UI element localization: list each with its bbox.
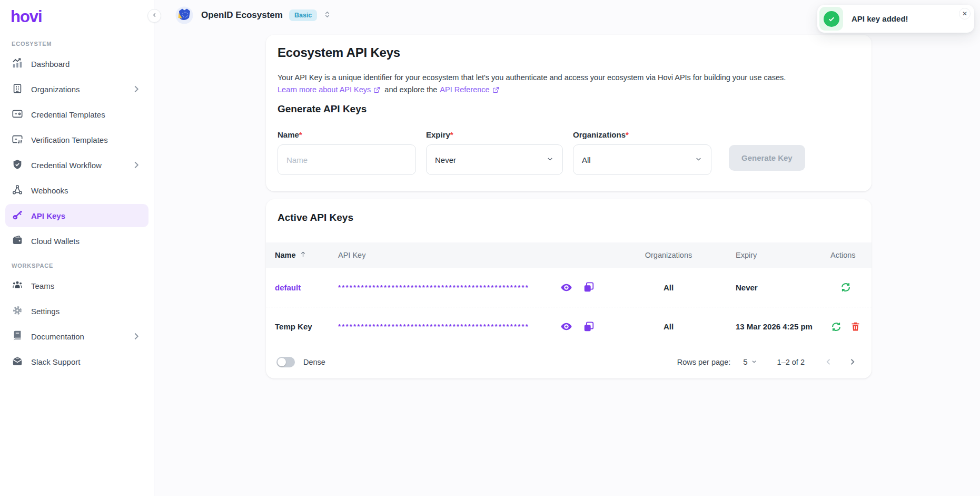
- active-api-keys-card: Active API Keys Name API Key Organizatio…: [266, 199, 872, 378]
- chevron-down-icon: [695, 155, 702, 164]
- sidebar-item-label: API Keys: [31, 211, 65, 220]
- sidebar-item-label: Settings: [31, 307, 60, 316]
- copy-icon[interactable]: [583, 281, 595, 293]
- organizations-selected-value: All: [582, 155, 591, 164]
- table-footer: Dense Rows per page: 5 1–2 of 2: [266, 345, 872, 378]
- rows-per-page-label: Rows per page:: [677, 358, 731, 366]
- sidebar-section-workspace: WORKSPACE: [12, 262, 154, 269]
- organizations-select[interactable]: All: [573, 144, 711, 175]
- expiry-label: Expiry*: [426, 130, 563, 139]
- sidebar-item-label: Cloud Wallets: [31, 237, 80, 246]
- expiry-value: Never: [736, 283, 830, 292]
- active-api-keys-title: Active API Keys: [278, 212, 353, 223]
- column-header-expiry: Expiry: [736, 251, 830, 259]
- sidebar-item-verification-templates[interactable]: Verification Templates: [5, 128, 149, 151]
- sidebar-item-teams[interactable]: Teams: [5, 274, 149, 297]
- book-icon: [12, 330, 23, 343]
- api-key-name-link[interactable]: default: [275, 283, 338, 292]
- external-link-icon: [373, 86, 380, 93]
- learn-more-link[interactable]: Learn more about API Keys: [278, 85, 371, 94]
- rows-per-page-value: 5: [743, 357, 747, 366]
- sidebar-item-documentation[interactable]: Documentation: [5, 325, 149, 348]
- expiry-field-group: Expiry* Never: [426, 130, 563, 175]
- links-middle-text: and explore the: [384, 85, 437, 94]
- sidebar-item-credential-templates[interactable]: Credential Templates: [5, 103, 149, 126]
- expiry-select[interactable]: Never: [426, 144, 563, 175]
- eye-icon[interactable]: [560, 281, 572, 294]
- external-link-icon: [492, 86, 499, 93]
- column-header-actions: Actions: [830, 251, 872, 259]
- chevron-down-icon: [546, 155, 554, 164]
- trash-icon[interactable]: [850, 321, 861, 332]
- sidebar-item-dashboard[interactable]: Dashboard: [5, 52, 149, 75]
- previous-page-button[interactable]: [824, 357, 834, 367]
- name-input[interactable]: [278, 144, 416, 175]
- refresh-icon[interactable]: [830, 321, 842, 333]
- sidebar-item-label: Dashboard: [31, 60, 70, 69]
- api-reference-link[interactable]: API Reference: [440, 85, 489, 94]
- toast-success-tile: [819, 7, 843, 31]
- masked-api-key: ****************************************…: [338, 323, 550, 330]
- sort-asc-icon: [299, 250, 307, 260]
- chart-icon: [12, 57, 23, 71]
- sidebar-item-cloud-wallets[interactable]: Cloud Wallets: [5, 229, 149, 252]
- toast-message: API key added!: [852, 14, 908, 23]
- organizations-value: All: [601, 322, 736, 331]
- sidebar-section-ecosystem: ECOSYSTEM: [12, 41, 154, 47]
- sidebar-nav-workspace: Teams Settings Documentation Slack Suppo…: [0, 274, 154, 373]
- building-icon: [12, 83, 23, 96]
- chevron-updown-icon: [323, 11, 331, 21]
- sidebar-item-webhooks[interactable]: Webhooks: [5, 179, 149, 202]
- key-icon: [12, 209, 23, 222]
- expiry-selected-value: Never: [435, 155, 456, 164]
- wallet-icon: [12, 235, 23, 248]
- required-asterisk: *: [299, 130, 302, 139]
- shield-check-icon: [12, 159, 23, 172]
- sidebar-item-credential-workflow[interactable]: Credential Workflow: [5, 153, 149, 177]
- success-check-icon: [824, 11, 839, 27]
- close-icon[interactable]: ✕: [959, 8, 971, 20]
- sidebar-item-slack-support[interactable]: Slack Support: [5, 350, 149, 373]
- table-row: default ********************************…: [266, 268, 872, 307]
- column-header-name[interactable]: Name: [275, 250, 338, 260]
- toggle-knob: [278, 358, 286, 366]
- row-actions: [830, 281, 872, 293]
- api-key-cell: ****************************************…: [338, 281, 601, 294]
- sidebar-item-organizations[interactable]: Organizations: [5, 77, 149, 101]
- generate-key-form: Name* Expiry* Never Organizations* All G…: [278, 130, 805, 175]
- ecosystem-switcher[interactable]: OpenID Ecosystem Basic: [174, 5, 331, 26]
- dense-toggle[interactable]: [276, 357, 295, 367]
- sidebar-item-api-keys[interactable]: API Keys: [5, 204, 149, 227]
- organizations-field-group: Organizations* All: [573, 130, 711, 175]
- sidebar-item-label: Credential Workflow: [31, 161, 102, 170]
- credential-card-icon: [12, 108, 23, 121]
- hovi-logo: hovi: [11, 7, 154, 26]
- required-asterisk: *: [626, 130, 629, 139]
- next-page-button[interactable]: [847, 357, 857, 367]
- copy-icon[interactable]: [583, 321, 595, 333]
- pagination-controls: Rows per page: 5 1–2 of 2: [677, 357, 857, 367]
- rows-per-page-select[interactable]: 5: [743, 357, 757, 366]
- ecosystem-name: OpenID Ecosystem: [201, 10, 283, 21]
- organizations-label: Organizations*: [573, 130, 711, 139]
- name-label: Name*: [278, 130, 416, 139]
- chevron-right-icon: [131, 159, 142, 171]
- eye-icon[interactable]: [560, 320, 572, 333]
- toast-api-key-added: API key added! ✕: [817, 5, 974, 33]
- sidebar-collapse-button[interactable]: [147, 9, 161, 23]
- sidebar-item-settings[interactable]: Settings: [5, 299, 149, 323]
- ecosystem-api-keys-card: Ecosystem API Keys Your API Key is a uni…: [266, 35, 872, 191]
- generate-key-button[interactable]: Generate Key: [729, 145, 805, 171]
- refresh-icon[interactable]: [840, 281, 852, 293]
- sidebar-item-label: Slack Support: [31, 357, 80, 366]
- chevron-left-icon: [151, 12, 158, 20]
- table-header: Name API Key Organizations Expiry Action…: [266, 242, 872, 268]
- webhook-icon: [12, 184, 23, 197]
- column-header-api-key: API Key: [338, 251, 601, 259]
- chevron-right-icon: [131, 83, 142, 95]
- teams-icon: [12, 279, 23, 293]
- mail-icon: [12, 355, 23, 368]
- chevron-right-icon: [131, 330, 142, 342]
- sidebar: hovi ECOSYSTEM Dashboard Organizations C…: [0, 0, 154, 496]
- verification-card-icon: [12, 133, 23, 147]
